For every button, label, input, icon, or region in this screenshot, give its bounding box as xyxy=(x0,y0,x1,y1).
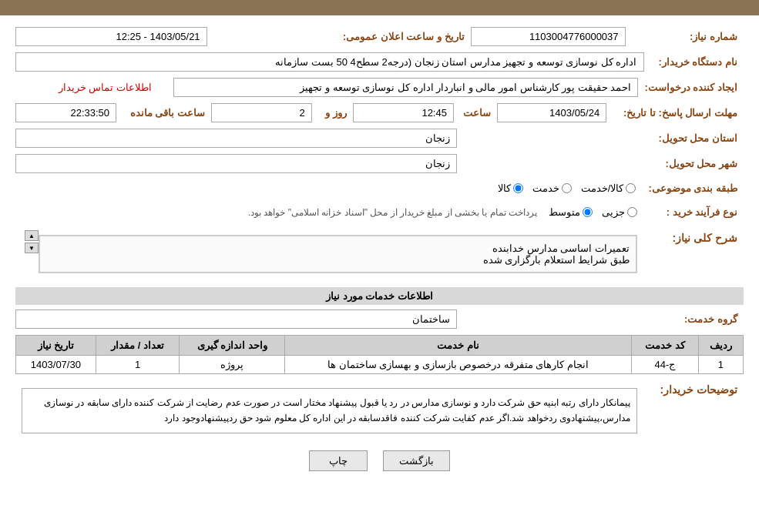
creator-table: ایجاد کننده درخواست: احمد حقیقت پور کارش… xyxy=(15,78,744,97)
top-info-table: شماره نیاز: 1103004776000037 تاریخ و ساع… xyxy=(15,27,744,46)
province-value: زنجان xyxy=(16,129,457,148)
announcement-date-label: تاریخ و ساعت اعلان عمومی: xyxy=(207,28,471,46)
notes-value: پیمانکار دارای رتبه ابنیه حق شرکت دارد و… xyxy=(22,388,637,433)
col-date: تاریخ نیاز xyxy=(16,336,96,356)
deadline-days: 2 xyxy=(211,104,311,122)
creator-value: احمد حقیقت پور کارشناس امور مالی و انبار… xyxy=(173,79,638,97)
cell-quantity: 1 xyxy=(96,356,180,374)
page-header xyxy=(0,0,759,15)
radio-kala-label: کالا xyxy=(498,182,511,194)
cell-code: ج-44 xyxy=(632,356,699,374)
city-table: شهر محل تحویل: زنجان xyxy=(15,154,744,173)
process-options-cell: جزیی متوسط پرداخت تمام یا بخشی از مبلغ خ… xyxy=(15,203,643,221)
radio-kala[interactable]: کالا xyxy=(498,182,523,194)
notes-table: توضیحات خریدار: پیمانکار دارای رتبه ابنی… xyxy=(15,380,744,441)
radio-mottavasset-label: متوسط xyxy=(549,206,580,218)
process-radio-group: جزیی متوسط xyxy=(549,206,637,218)
process-table: نوع فرآیند خرید : جزیی متوسط xyxy=(15,203,744,221)
description-line1: تعمیرات اساسی مدارس خدابنده xyxy=(46,243,630,254)
deadline-table: مهلت ارسال پاسخ: تا تاریخ: 1403/05/24 سا… xyxy=(15,103,744,122)
scroll-down-btn[interactable]: ▼ xyxy=(25,243,39,253)
cell-date: 1403/07/30 xyxy=(16,356,96,374)
services-section-header: اطلاعات خدمات مورد نیاز xyxy=(15,287,744,305)
city-label: شهر محل تحویل: xyxy=(457,155,744,173)
print-button[interactable]: چاپ xyxy=(309,450,368,471)
category-table: طبقه بندی موضوعی: کالا/خدمت خدمت xyxy=(15,179,744,197)
id-value: 1103004776000037 xyxy=(471,28,625,46)
radio-jazie-input[interactable] xyxy=(627,207,637,217)
radio-jazie-label: جزیی xyxy=(602,206,625,218)
description-container: تعمیرات اساسی مدارس خدابنده طبق شرایط اس… xyxy=(15,227,643,281)
col-row-num: ردیف xyxy=(698,336,743,356)
description-line2: طبق شرایط استعلام بارگزاری شده xyxy=(46,254,630,266)
cell-unit: پروژه xyxy=(180,356,285,374)
scroll-arrows: ▲ ▼ xyxy=(25,230,39,253)
radio-kala-khedmat[interactable]: کالا/خدمت xyxy=(581,182,636,194)
service-group-label: گروه خدمت: xyxy=(457,310,744,329)
deadline-remaining: 22:33:50 xyxy=(16,104,116,122)
radio-khedmat[interactable]: خدمت xyxy=(532,182,572,194)
notes-label: توضیحات خریدار: xyxy=(643,380,744,441)
buyer-table: نام دستگاه خریدار: اداره کل نوسازی توسعه… xyxy=(15,52,744,72)
radio-kala-khedmat-input[interactable] xyxy=(626,183,636,193)
cell-name: انجام کارهای متفرقه درخصوص بازسازی و بهس… xyxy=(285,356,632,374)
category-options: کالا/خدمت خدمت کالا xyxy=(15,179,642,197)
deadline-date: 1403/05/24 xyxy=(498,104,606,122)
deadline-label: مهلت ارسال پاسخ: تا تاریخ: xyxy=(606,104,744,122)
deadline-time: 12:45 xyxy=(353,104,453,122)
radio-jazie[interactable]: جزیی xyxy=(602,206,637,218)
service-group-value: ساختمان xyxy=(16,310,457,329)
deadline-time-label: ساعت xyxy=(453,104,497,122)
radio-mottavasset[interactable]: متوسط xyxy=(549,206,593,218)
radio-kala-input[interactable] xyxy=(513,183,523,193)
creator-label: ایجاد کننده درخواست: xyxy=(638,79,744,97)
id-label: شماره نیاز: xyxy=(625,28,744,46)
radio-mottavasset-input[interactable] xyxy=(583,207,593,217)
description-box: تعمیرات اساسی مدارس خدابنده طبق شرایط اس… xyxy=(39,235,637,273)
description-section-table: شرح کلی نیاز: تعمیرات اساسی مدارس خدابند… xyxy=(15,227,744,281)
back-button[interactable]: بازگشت xyxy=(383,450,450,471)
radio-khedmat-label: خدمت xyxy=(532,182,559,194)
buyer-label: نام دستگاه خریدار: xyxy=(643,53,744,72)
process-label: نوع فرآیند خرید : xyxy=(643,203,744,221)
announcement-label: شرح کلی نیاز: xyxy=(643,227,744,281)
province-label: استان محل تحویل: xyxy=(457,129,744,148)
deadline-remaining-label: ساعت باقی مانده xyxy=(116,104,212,122)
cell-row-num: 1 xyxy=(698,356,743,374)
process-row: جزیی متوسط پرداخت تمام یا بخشی از مبلغ خ… xyxy=(22,206,637,218)
buyer-value: اداره کل نوسازی توسعه و تجهیز مدارس استا… xyxy=(16,53,644,72)
province-table: استان محل تحویل: زنجان xyxy=(15,129,744,148)
page-container: شماره نیاز: 1103004776000037 تاریخ و ساع… xyxy=(0,0,759,532)
category-radio-group: کالا/خدمت خدمت کالا xyxy=(22,182,636,194)
col-name: نام خدمت xyxy=(285,336,632,356)
buttons-row: بازگشت چاپ xyxy=(15,450,744,471)
col-unit: واحد اندازه گیری xyxy=(180,336,285,356)
content-area: شماره نیاز: 1103004776000037 تاریخ و ساع… xyxy=(0,15,759,483)
col-quantity: تعداد / مقدار xyxy=(96,336,180,356)
notes-value-cell: پیمانکار دارای رتبه ابنیه حق شرکت دارد و… xyxy=(15,380,643,441)
announcement-date-value: 1403/05/21 - 12:25 xyxy=(16,28,207,46)
city-value: زنجان xyxy=(16,155,457,173)
category-label: طبقه بندی موضوعی: xyxy=(642,179,744,197)
services-table: ردیف کد خدمت نام خدمت واحد اندازه گیری ت… xyxy=(15,335,744,374)
service-group-table: گروه خدمت: ساختمان xyxy=(15,309,744,329)
scroll-up-btn[interactable]: ▲ xyxy=(25,230,39,241)
radio-kala-khedmat-label: کالا/خدمت xyxy=(581,182,624,194)
deadline-day-label: روز و xyxy=(311,104,353,122)
col-code: کد خدمت xyxy=(632,336,699,356)
description-with-scroll: تعمیرات اساسی مدارس خدابنده طبق شرایط اس… xyxy=(22,230,637,278)
radio-khedmat-input[interactable] xyxy=(562,183,572,193)
table-row: 1 ج-44 انجام کارهای متفرقه درخصوص بازساز… xyxy=(16,356,744,374)
process-note: پرداخت تمام یا بخشی از مبلغ خریدار از مح… xyxy=(248,207,537,218)
contact-link[interactable]: اطلاعات تماس خریدار xyxy=(59,82,152,93)
